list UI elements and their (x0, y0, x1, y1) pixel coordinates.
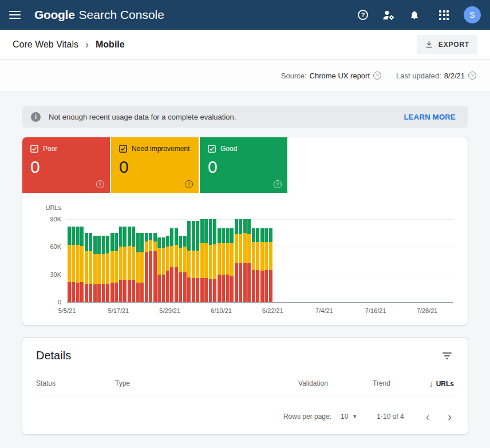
x-tick-label: 7/28/21 (417, 307, 438, 314)
breadcrumb-core-web-vitals[interactable]: Core Web Vitals (13, 39, 78, 50)
stacked-bar (162, 219, 165, 302)
tile-label: Poor (43, 145, 57, 153)
pagination: Rows per page: 10 ▼ 1-10 of 4 ‹ › (36, 407, 454, 426)
stacked-bar (247, 219, 251, 302)
next-page-button[interactable]: › (445, 411, 454, 422)
x-tick-label: 7/16/21 (365, 307, 386, 314)
stacked-bar (97, 219, 101, 302)
stacked-bar (269, 219, 272, 302)
stacked-bar (153, 219, 157, 302)
stacked-bar (209, 219, 212, 302)
source-help-icon[interactable]: ? (373, 72, 381, 80)
core-web-vitals-chart-card: Poor 0 ? Need improvement 0 ? (22, 137, 468, 326)
checkbox-checked-icon (119, 145, 127, 153)
user-settings-icon[interactable] (382, 9, 396, 21)
previous-page-button[interactable]: ‹ (424, 411, 432, 422)
x-tick-label: 5/17/21 (108, 307, 129, 314)
tile-help-icon[interactable]: ? (274, 180, 282, 188)
stacked-bar (256, 219, 259, 302)
avatar-initial: S (469, 10, 475, 19)
info-banner: i Not enough recent usage data for a com… (22, 106, 468, 128)
stacked-bar (140, 219, 144, 302)
gridline (67, 302, 453, 303)
stacked-bar (123, 219, 127, 302)
stacked-bar (106, 219, 109, 302)
stacked-bar (68, 219, 71, 302)
x-tick-label: 6/22/21 (262, 307, 283, 314)
checkbox-checked-icon (30, 145, 38, 153)
appbar-actions: ? S (344, 6, 481, 23)
stacked-bar (170, 219, 173, 302)
stacked-bar (85, 219, 88, 302)
tile-help-icon[interactable]: ? (185, 180, 193, 188)
pagination-range: 1-10 of 4 (377, 413, 404, 421)
stacked-bar (226, 219, 230, 302)
last-updated-value: 8/2/21 (444, 72, 465, 80)
page-content: i Not enough recent usage data for a com… (0, 92, 490, 435)
stacked-bar (252, 219, 255, 302)
y-tick-label: 30K (50, 271, 61, 278)
chevron-right-icon: › (85, 39, 89, 50)
page-title: Mobile (96, 39, 125, 50)
hamburger-menu-icon[interactable] (9, 11, 21, 19)
stacked-bar (187, 219, 191, 302)
export-button-label: EXPORT (438, 41, 469, 49)
stacked-bar (149, 219, 152, 302)
y-axis-label: URLs (45, 204, 61, 211)
stacked-bar (114, 219, 118, 302)
tile-need-improvement[interactable]: Need improvement 0 ? (111, 137, 199, 193)
rows-per-page-select[interactable]: 10 ▼ (341, 413, 357, 421)
report-meta-bar: Source: Chrome UX report ? Last updated:… (0, 60, 490, 92)
stacked-bar (230, 219, 234, 302)
logo-google-text: Google (34, 8, 75, 22)
app-logo: Google Search Console (34, 8, 164, 22)
last-updated-label: Last updated: (396, 72, 441, 80)
last-updated-help-icon[interactable]: ? (468, 72, 476, 80)
stacked-bar (192, 219, 195, 302)
learn-more-link[interactable]: LEARN MORE (404, 113, 456, 121)
tile-value: 0 (30, 157, 102, 177)
stacked-bar (204, 219, 208, 302)
help-icon[interactable]: ? (358, 10, 368, 20)
x-tick-label: 5/5/21 (58, 307, 76, 314)
info-icon: i (31, 112, 41, 122)
column-header-urls[interactable]: ↓ URLs (429, 379, 454, 388)
x-tick-label: 7/4/21 (315, 307, 333, 314)
avatar[interactable]: S (464, 6, 481, 23)
stacked-bar (196, 219, 199, 302)
stacked-bar (179, 219, 182, 302)
tile-value: 0 (208, 157, 279, 177)
tile-poor[interactable]: Poor 0 ? (22, 137, 110, 193)
download-icon (425, 40, 433, 49)
column-header-type: Type (115, 379, 298, 388)
stacked-bar (222, 219, 225, 302)
tile-label: Good (220, 145, 237, 153)
breadcrumb-bar: Core Web Vitals › Mobile EXPORT (0, 30, 490, 60)
tile-help-icon[interactable]: ? (96, 180, 104, 188)
source-label: Source: (281, 72, 307, 80)
apps-grid-icon[interactable] (439, 10, 449, 20)
column-header-status: Status (36, 379, 115, 388)
x-tick-label: 5/29/21 (159, 307, 180, 314)
stacked-bar (136, 219, 140, 302)
checkbox-checked-icon (208, 145, 216, 153)
column-header-validation: Validation (298, 379, 373, 388)
tile-good[interactable]: Good 0 ? (200, 137, 287, 193)
stacked-bar (132, 219, 135, 302)
rows-per-page-label: Rows per page: (283, 413, 331, 421)
filter-icon[interactable] (440, 350, 454, 362)
y-tick-label: 90K (50, 216, 61, 223)
stacked-bar (218, 219, 221, 302)
logo-product-text: Search Console (79, 8, 164, 22)
stacked-bar (260, 219, 264, 302)
stacked-bar (145, 219, 148, 302)
stacked-bar (76, 219, 80, 302)
y-tick-label: 60K (50, 243, 61, 250)
export-button[interactable]: EXPORT (417, 35, 477, 54)
tile-label: Need improvement (132, 145, 189, 153)
source-value: Chrome UX report (310, 72, 370, 80)
stacked-bar (80, 219, 84, 302)
stacked-bar (110, 219, 114, 302)
details-title: Details (36, 349, 71, 362)
notifications-bell-icon[interactable] (409, 9, 420, 21)
